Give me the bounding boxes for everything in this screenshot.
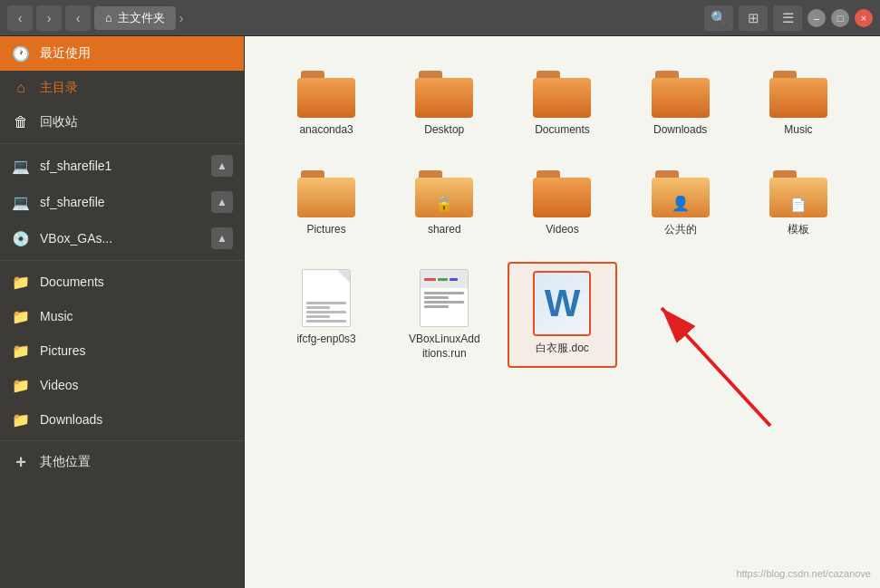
sidebar-item-music[interactable]: 📁 Music	[0, 299, 244, 333]
search-button[interactable]: 🔍	[704, 5, 733, 31]
up-button[interactable]: ‹	[65, 5, 91, 31]
main-layout: 🕐 最近使用 ⌂ 主目录 🗑 回收站 💻 sf_sharefile1 ▲ 💻 s…	[0, 36, 880, 588]
sidebar-item-videos[interactable]: 📁 Videos	[0, 368, 244, 402]
sidebar-divider-2	[0, 260, 244, 261]
file-item-desktop[interactable]: Desktop	[390, 63, 498, 145]
menu-icon: ☰	[782, 10, 794, 26]
trash-icon: 🗑	[11, 112, 31, 132]
file-label-music: Music	[784, 123, 812, 138]
file-label-pictures: Pictures	[306, 223, 345, 237]
content-wrapper: anaconda3 Desktop Documents	[263, 54, 862, 377]
sidebar-item-vbox[interactable]: 💿 VBox_GAs... ▲	[0, 220, 244, 256]
file-item-anaconda3[interactable]: anaconda3	[272, 63, 381, 145]
file-label-template: 模板	[788, 223, 809, 237]
close-button[interactable]: ×	[855, 9, 873, 27]
home-icon: ⌂	[105, 11, 112, 24]
sidebar-downloads-label: Downloads	[40, 412, 233, 427]
recent-icon: 🕐	[11, 43, 31, 63]
forward-button[interactable]: ›	[36, 5, 62, 31]
word-w-letter: W	[545, 284, 581, 323]
sidebar-sf1-label: sf_sharefile1	[40, 159, 202, 173]
docs-folder-icon: 📁	[11, 272, 31, 292]
file-item-documents[interactable]: Documents	[508, 63, 616, 145]
file-item-ifcfg[interactable]: ifcfg-enp0s3	[272, 262, 381, 368]
sidebar-recent-label: 最近使用	[40, 45, 233, 62]
sidebar-docs-label: Documents	[40, 275, 233, 289]
file-label-ifcfg: ifcfg-enp0s3	[296, 333, 355, 347]
maximize-button[interactable]: □	[831, 9, 849, 27]
watermark: https://blog.csdn.net/cazanove	[736, 568, 871, 579]
sidebar-videos-label: Videos	[40, 378, 233, 392]
videos-folder-icon: 📁	[11, 375, 31, 395]
folder-icon-videos	[533, 170, 591, 217]
run-file-icon-vbox	[420, 269, 469, 327]
view-icon: ⊞	[748, 10, 759, 26]
vbox-icon: 💿	[11, 228, 31, 248]
sidebar-item-other[interactable]: + 其他位置	[0, 445, 244, 479]
sidebar-item-documents[interactable]: 📁 Documents	[0, 265, 244, 299]
file-label-vboxrun: VBoxLinuxAdditions.run	[408, 333, 480, 361]
file-label-public: 公共的	[664, 223, 697, 237]
sidebar-item-pictures[interactable]: 📁 Pictures	[0, 333, 244, 368]
word-doc-icon: W	[533, 271, 591, 336]
pictures-folder-icon: 📁	[11, 341, 31, 361]
file-item-vboxrun[interactable]: VBoxLinuxAdditions.run	[390, 262, 498, 368]
home-sidebar-icon: ⌂	[11, 78, 31, 98]
sidebar-item-recent[interactable]: 🕐 最近使用	[0, 36, 244, 71]
content-area: anaconda3 Desktop Documents	[245, 36, 880, 588]
titlebar: ‹ › ‹ ⌂ 主文件夹 › 🔍 ⊞ ☰ – □ ×	[0, 0, 880, 36]
file-grid: anaconda3 Desktop Documents	[263, 54, 862, 377]
other-icon: +	[11, 452, 31, 472]
breadcrumb-arrow: ›	[179, 11, 184, 25]
file-label-documents: Documents	[535, 123, 590, 138]
sidebar-home-label: 主目录	[40, 80, 233, 96]
sidebar-divider-1	[0, 143, 244, 144]
folder-icon-music	[769, 71, 827, 118]
sidebar-item-trash[interactable]: 🗑 回收站	[0, 105, 244, 140]
sidebar-pictures-label: Pictures	[40, 343, 233, 358]
folder-icon-downloads	[652, 71, 710, 118]
text-file-icon-ifcfg	[302, 269, 351, 327]
sidebar-music-label: Music	[40, 309, 233, 323]
sidebar-item-downloads[interactable]: 📁 Downloads	[0, 402, 244, 437]
file-item-word-doc[interactable]: W 白衣服.doc	[508, 262, 616, 368]
file-item-music[interactable]: Music	[744, 63, 853, 145]
file-item-shared[interactable]: 🔒 shared	[390, 163, 498, 245]
sidebar-item-sf1[interactable]: 💻 sf_sharefile1 ▲	[0, 148, 244, 184]
folder-icon-documents	[533, 71, 591, 118]
eject-sf-button[interactable]: ▲	[211, 191, 233, 213]
folder-icon-anaconda3	[297, 71, 355, 118]
sidebar-other-label: 其他位置	[40, 454, 91, 470]
music-folder-icon: 📁	[11, 306, 31, 326]
sf-icon: 💻	[11, 192, 31, 212]
menu-button[interactable]: ☰	[773, 5, 802, 31]
eject-sf1-button[interactable]: ▲	[211, 155, 233, 177]
sidebar-trash-label: 回收站	[40, 114, 233, 130]
titlebar-actions: 🔍 ⊞ ☰ – □ ×	[704, 5, 873, 31]
file-label-desktop: Desktop	[424, 123, 464, 138]
minimize-button[interactable]: –	[807, 9, 826, 27]
folder-icon-pictures	[297, 170, 355, 217]
sidebar-item-home[interactable]: ⌂ 主目录	[0, 71, 244, 105]
back-button[interactable]: ‹	[7, 5, 33, 31]
sidebar: 🕐 最近使用 ⌂ 主目录 🗑 回收站 💻 sf_sharefile1 ▲ 💻 s…	[0, 36, 245, 588]
sidebar-item-sf[interactable]: 💻 sf_sharefile ▲	[0, 184, 244, 220]
view-toggle-button[interactable]: ⊞	[739, 5, 768, 31]
file-item-downloads[interactable]: Downloads	[626, 63, 735, 145]
file-item-public[interactable]: 👤 公共的	[626, 163, 735, 245]
sidebar-divider-3	[0, 440, 244, 441]
file-label-downloads: Downloads	[653, 123, 707, 138]
eject-vbox-button[interactable]: ▲	[211, 227, 233, 249]
breadcrumb-home[interactable]: ⌂ 主文件夹	[94, 6, 176, 30]
downloads-folder-icon: 📁	[11, 410, 31, 429]
file-item-videos[interactable]: Videos	[508, 163, 616, 245]
file-label-anaconda3: anaconda3	[299, 123, 353, 138]
file-label-videos: Videos	[546, 223, 578, 237]
folder-icon-shared: 🔒	[415, 170, 473, 217]
sidebar-vbox-label: VBox_GAs...	[40, 231, 202, 246]
breadcrumb-title: 主文件夹	[118, 10, 165, 26]
file-item-template[interactable]: 📄 模板	[744, 163, 853, 245]
file-item-pictures[interactable]: Pictures	[272, 163, 381, 245]
search-icon: 🔍	[711, 10, 728, 26]
sf1-icon: 💻	[11, 156, 31, 176]
